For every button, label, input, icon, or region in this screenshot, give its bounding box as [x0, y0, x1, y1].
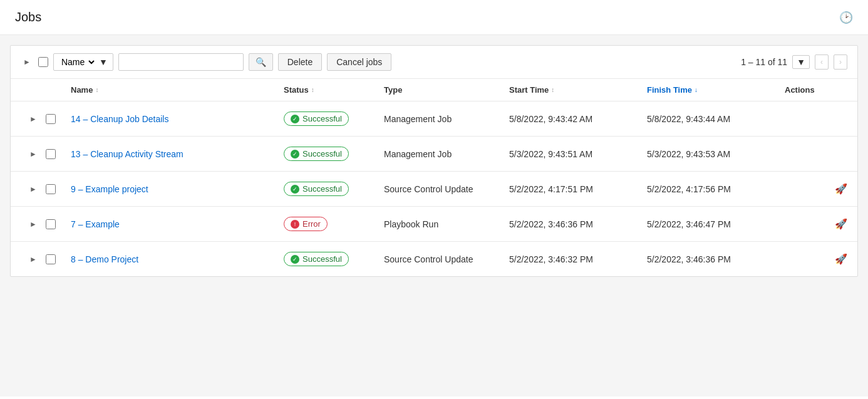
- col-header-finish-time[interactable]: Finish Time ↓: [647, 85, 785, 95]
- status-icon: !: [291, 220, 299, 229]
- job-status-cell: ✓ Successful: [284, 252, 384, 266]
- status-icon: ✓: [291, 255, 299, 264]
- table-row: ► 14 – Cleanup Job Details ✓ Successful …: [11, 101, 857, 137]
- status-badge: ! Error: [284, 217, 328, 231]
- search-input[interactable]: [118, 53, 244, 71]
- job-name-cell: 14 – Cleanup Job Details: [71, 114, 284, 124]
- job-type-cell: Management Job: [384, 149, 509, 159]
- expand-all-button[interactable]: ►: [21, 55, 33, 69]
- job-name-cell: 9 – Example project: [71, 184, 284, 194]
- job-name-cell: 13 – Cleanup Activity Stream: [71, 149, 284, 159]
- row-checkbox[interactable]: [46, 254, 56, 264]
- pagination-dropdown-arrow: ▼: [797, 57, 805, 67]
- job-status-cell: ✓ Successful: [284, 111, 384, 126]
- filter-dropdown-arrow: ▼: [99, 57, 108, 67]
- row-expand-button[interactable]: ►: [21, 220, 46, 229]
- row-checkbox[interactable]: [46, 184, 56, 194]
- job-start-time-cell: 5/2/2022, 4:17:51 PM: [509, 184, 647, 194]
- row-expand-button[interactable]: ►: [21, 255, 46, 264]
- job-status-cell: ! Error: [284, 217, 384, 231]
- pagination-prev[interactable]: ‹: [815, 54, 829, 70]
- job-status-cell: ✓ Successful: [284, 182, 384, 196]
- toolbar: ► Name Status Type ▼ 🔍 Delete Cancel job…: [11, 46, 857, 79]
- job-type-cell: Source Control Update: [384, 184, 509, 194]
- job-link[interactable]: 13 – Cleanup Activity Stream: [71, 149, 183, 159]
- job-finish-time-cell: 5/2/2022, 3:46:47 PM: [647, 219, 785, 229]
- job-type-cell: Source Control Update: [384, 254, 509, 264]
- name-sort-icon: ↕: [95, 86, 98, 93]
- job-finish-time-cell: 5/2/2022, 4:17:56 PM: [647, 184, 785, 194]
- row-checkbox[interactable]: [46, 114, 56, 124]
- job-type-cell: Playbook Run: [384, 219, 509, 229]
- job-link[interactable]: 14 – Cleanup Job Details: [71, 114, 168, 124]
- search-button[interactable]: 🔍: [249, 53, 273, 71]
- pagination-info: 1 – 11 of 11 ▼: [741, 55, 810, 69]
- job-finish-time-cell: 5/3/2022, 9:43:53 AM: [647, 149, 785, 159]
- pagination-next[interactable]: ›: [834, 54, 847, 70]
- job-start-time-cell: 5/3/2022, 9:43:51 AM: [509, 149, 647, 159]
- status-sort-icon: ↕: [311, 86, 314, 93]
- filter-select[interactable]: Name Status Type: [59, 56, 96, 68]
- table-body: ► 14 – Cleanup Job Details ✓ Successful …: [11, 101, 857, 276]
- col-header-actions: Actions: [785, 85, 847, 95]
- job-start-time-cell: 5/2/2022, 3:46:32 PM: [509, 254, 647, 264]
- history-icon[interactable]: 🕑: [839, 11, 853, 24]
- job-link[interactable]: 9 – Example project: [71, 184, 148, 194]
- status-icon: ✓: [291, 185, 299, 194]
- job-name-cell: 8 – Demo Project: [71, 254, 284, 264]
- status-badge: ✓ Successful: [284, 111, 349, 126]
- table-row: ► 9 – Example project ✓ Successful Sourc…: [11, 172, 857, 207]
- col-header-name[interactable]: Name ↕: [71, 85, 284, 95]
- status-badge: ✓ Successful: [284, 147, 349, 161]
- status-badge: ✓ Successful: [284, 252, 349, 266]
- table-row: ► 7 – Example ! Error Playbook Run 5/2/2…: [11, 207, 857, 242]
- main-content: ► Name Status Type ▼ 🔍 Delete Cancel job…: [0, 35, 868, 396]
- job-status-cell: ✓ Successful: [284, 147, 384, 161]
- relaunch-icon[interactable]: 🚀: [835, 218, 847, 230]
- col-header-type[interactable]: Type: [384, 85, 509, 95]
- job-start-time-cell: 5/8/2022, 9:43:42 AM: [509, 114, 647, 124]
- status-icon: ✓: [291, 150, 299, 158]
- cancel-jobs-button[interactable]: Cancel jobs: [327, 53, 391, 71]
- row-checkbox[interactable]: [46, 149, 56, 159]
- col-header-start-time[interactable]: Start Time ↕: [509, 85, 647, 95]
- start-sort-icon: ↕: [551, 86, 554, 93]
- table-row: ► 8 – Demo Project ✓ Successful Source C…: [11, 242, 857, 276]
- filter-dropdown[interactable]: Name Status Type ▼: [53, 53, 113, 71]
- pagination-text: 1 – 11 of 11: [741, 57, 787, 67]
- job-type-cell: Management Job: [384, 114, 509, 124]
- job-finish-time-cell: 5/2/2022, 3:46:36 PM: [647, 254, 785, 264]
- col-header-status[interactable]: Status ↕: [284, 85, 384, 95]
- relaunch-icon[interactable]: 🚀: [835, 253, 847, 265]
- row-expand-button[interactable]: ►: [21, 150, 46, 158]
- select-all-checkbox[interactable]: [38, 57, 48, 67]
- relaunch-icon[interactable]: 🚀: [835, 183, 847, 195]
- row-checkbox[interactable]: [46, 219, 56, 229]
- job-start-time-cell: 5/2/2022, 3:46:36 PM: [509, 219, 647, 229]
- delete-button[interactable]: Delete: [278, 53, 322, 71]
- table-header: Name ↕ Status ↕ Type Start Time ↕ Finish…: [11, 79, 857, 101]
- page-title: Jobs: [15, 10, 41, 24]
- status-icon: ✓: [291, 115, 299, 123]
- job-link[interactable]: 8 – Demo Project: [71, 254, 138, 264]
- pagination-dropdown[interactable]: ▼: [792, 55, 810, 69]
- table-row: ► 13 – Cleanup Activity Stream ✓ Success…: [11, 137, 857, 172]
- row-expand-button[interactable]: ►: [21, 185, 46, 194]
- job-name-cell: 7 – Example: [71, 219, 284, 229]
- row-expand-button[interactable]: ►: [21, 115, 46, 123]
- job-finish-time-cell: 5/8/2022, 9:43:44 AM: [647, 114, 785, 124]
- finish-sort-icon: ↓: [695, 86, 698, 93]
- status-badge: ✓ Successful: [284, 182, 349, 196]
- job-link[interactable]: 7 – Example: [71, 219, 120, 229]
- jobs-panel: ► Name Status Type ▼ 🔍 Delete Cancel job…: [10, 45, 858, 277]
